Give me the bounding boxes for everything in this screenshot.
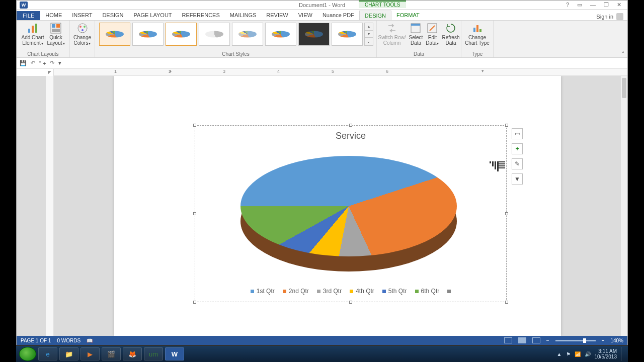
legend-item[interactable]: 6th Qtr bbox=[415, 288, 440, 295]
taskbar-app-firefox[interactable]: 🦊 bbox=[123, 347, 142, 360]
tab-format[interactable]: FORMAT bbox=[391, 11, 425, 20]
tab-design[interactable]: DESIGN bbox=[97, 11, 128, 20]
tab-design[interactable]: DESIGN bbox=[359, 11, 391, 20]
close-icon[interactable]: ✕ bbox=[615, 2, 623, 8]
page[interactable]: Service 1st Qtr2nd Qtr3rd Qtr4th Qtr5th … bbox=[114, 76, 561, 336]
chart-style-thumb[interactable] bbox=[166, 23, 197, 46]
help-icon[interactable]: ? bbox=[564, 2, 571, 8]
taskbar-app-app-um[interactable]: um bbox=[144, 347, 163, 360]
print-layout-view-icon[interactable] bbox=[518, 337, 526, 343]
change-colors-button[interactable]: Change Colors bbox=[72, 22, 92, 47]
gallery-scroll-icon[interactable]: ▴ bbox=[365, 23, 373, 31]
chart-style-thumb[interactable] bbox=[265, 23, 296, 46]
start-button[interactable] bbox=[19, 347, 36, 361]
legend-item[interactable]: 3rd Qtr bbox=[317, 288, 342, 295]
page-indicator[interactable]: PAGE 1 OF 1 bbox=[21, 338, 51, 343]
zoom-level[interactable]: 140% bbox=[610, 338, 623, 343]
tray-volume-icon[interactable]: 🔊 bbox=[585, 351, 591, 357]
tab-home[interactable]: HOME bbox=[40, 11, 67, 20]
tab-review[interactable]: REVIEW bbox=[261, 11, 293, 20]
chart-style-thumb[interactable] bbox=[199, 23, 230, 46]
chart-legend[interactable]: 1st Qtr2nd Qtr3rd Qtr4th Qtr5th Qtr6th Q… bbox=[195, 288, 506, 295]
quick-layout-button[interactable]: Quick Layout bbox=[46, 22, 66, 47]
text-wrap-icon[interactable] bbox=[490, 161, 507, 171]
vertical-scrollbar[interactable] bbox=[620, 76, 627, 336]
chart-style-thumb[interactable] bbox=[332, 23, 363, 46]
tab-file[interactable]: FILE bbox=[17, 11, 40, 20]
scrollbar-thumb[interactable] bbox=[622, 78, 626, 98]
chart-style-thumb[interactable] bbox=[232, 23, 263, 46]
gallery-scroll-icon[interactable]: ⌄ bbox=[365, 38, 373, 45]
undo-icon[interactable]: ↶ bbox=[31, 60, 35, 66]
resize-handle[interactable] bbox=[193, 124, 196, 127]
zoom-slider[interactable] bbox=[555, 340, 596, 341]
legend-item[interactable] bbox=[447, 288, 451, 295]
resize-handle[interactable] bbox=[349, 301, 352, 304]
taskbar-app-word[interactable]: W bbox=[165, 347, 184, 360]
edit-data-button[interactable]: Edit Data bbox=[425, 22, 440, 47]
change-chart-type-button[interactable]: Change Chart Type bbox=[464, 22, 491, 47]
ruler-number: 5 bbox=[332, 69, 334, 74]
minimize-icon[interactable]: — bbox=[588, 2, 598, 8]
ribbon-display-options-icon[interactable]: ▭ bbox=[575, 2, 584, 8]
resize-handle[interactable] bbox=[349, 124, 352, 127]
redo-icon[interactable]: ↷ bbox=[50, 60, 54, 66]
legend-item[interactable]: 5th Qtr bbox=[382, 288, 407, 295]
restore-icon[interactable]: ❐ bbox=[602, 2, 611, 8]
resize-handle[interactable] bbox=[193, 301, 196, 304]
resize-handle[interactable] bbox=[505, 212, 508, 215]
tray-action-center-icon[interactable]: ⚑ bbox=[566, 351, 571, 357]
chart-title[interactable]: Service bbox=[195, 131, 506, 141]
indent-marker-icon[interactable]: ▸ bbox=[170, 69, 172, 73]
tab-references[interactable]: REFERENCES bbox=[177, 11, 225, 20]
ruler-vertical[interactable] bbox=[46, 76, 54, 336]
refresh-data-button[interactable]: Refresh Data bbox=[441, 22, 460, 47]
tray-network-icon[interactable]: 📶 bbox=[575, 351, 581, 357]
pie-chart[interactable] bbox=[240, 156, 457, 282]
legend-item[interactable]: 1st Qtr bbox=[251, 288, 275, 295]
tab-page-layout[interactable]: PAGE LAYOUT bbox=[129, 11, 177, 20]
chart-style-thumb[interactable] bbox=[298, 23, 330, 46]
taskbar-clock[interactable]: 3:11 AM 10/5/2013 bbox=[595, 348, 617, 359]
layout-options-button[interactable]: ▭ bbox=[512, 128, 523, 139]
taskbar-app-file-explorer[interactable]: 📁 bbox=[59, 347, 78, 360]
tab-view[interactable]: VIEW bbox=[293, 11, 317, 20]
tray-show-hidden-icon[interactable]: ▲ bbox=[557, 351, 562, 357]
sign-in-link[interactable]: Sign in bbox=[596, 13, 627, 20]
ribbon: Add Chart Element Quick Layout Chart Lay… bbox=[17, 21, 627, 58]
legend-item[interactable]: 2nd Qtr bbox=[283, 288, 309, 295]
select-data-button[interactable]: Select Data bbox=[408, 22, 424, 47]
taskbar-app-media-player[interactable]: ▶ bbox=[80, 347, 100, 360]
chart-style-thumb[interactable] bbox=[132, 23, 164, 46]
proofing-icon[interactable]: 📖 bbox=[87, 338, 93, 343]
zoom-in-icon[interactable]: + bbox=[602, 338, 605, 343]
gallery-scroll-icon[interactable]: ▾ bbox=[365, 31, 373, 38]
qat-customize-icon[interactable]: ▾ bbox=[58, 60, 61, 66]
word-count[interactable]: 0 WORDS bbox=[57, 338, 80, 343]
save-icon[interactable]: 💾 bbox=[20, 60, 27, 66]
tab-nuance-pdf[interactable]: Nuance PDF bbox=[317, 11, 359, 20]
ruler-horizontal[interactable]: ◤ 123456▸▾ bbox=[17, 69, 627, 76]
legend-item[interactable]: 4th Qtr bbox=[350, 288, 374, 295]
resize-handle[interactable] bbox=[505, 301, 508, 304]
chart-style-thumb[interactable] bbox=[99, 23, 130, 46]
collapse-ribbon-icon[interactable]: ˄ bbox=[622, 51, 624, 56]
chart-styles-button[interactable]: ✎ bbox=[512, 158, 523, 169]
resize-handle[interactable] bbox=[505, 124, 508, 127]
zoom-out-icon[interactable]: − bbox=[546, 338, 549, 343]
web-layout-view-icon[interactable] bbox=[532, 337, 540, 343]
chart-filters-button[interactable]: ▼ bbox=[512, 173, 523, 185]
read-mode-view-icon[interactable] bbox=[504, 337, 512, 343]
chart-elements-button[interactable]: + bbox=[512, 143, 523, 154]
taskbar-app-clapper[interactable]: 🎬 bbox=[102, 347, 121, 360]
switch-row-column-button[interactable]: Switch Row/ Column bbox=[377, 22, 407, 47]
show-desktop-button[interactable] bbox=[621, 347, 625, 361]
add-chart-element-button[interactable]: Add Chart Element bbox=[20, 22, 45, 47]
tab-insert[interactable]: INSERT bbox=[67, 11, 97, 20]
chart-object[interactable]: Service 1st Qtr2nd Qtr3rd Qtr4th Qtr5th … bbox=[195, 125, 507, 302]
indent-marker-icon[interactable]: ▾ bbox=[481, 69, 484, 73]
resize-handle[interactable] bbox=[193, 212, 196, 215]
svg-rect-0 bbox=[28, 29, 30, 33]
taskbar-app-internet-explorer[interactable]: e bbox=[38, 347, 57, 360]
tab-mailings[interactable]: MAILINGS bbox=[225, 11, 262, 20]
